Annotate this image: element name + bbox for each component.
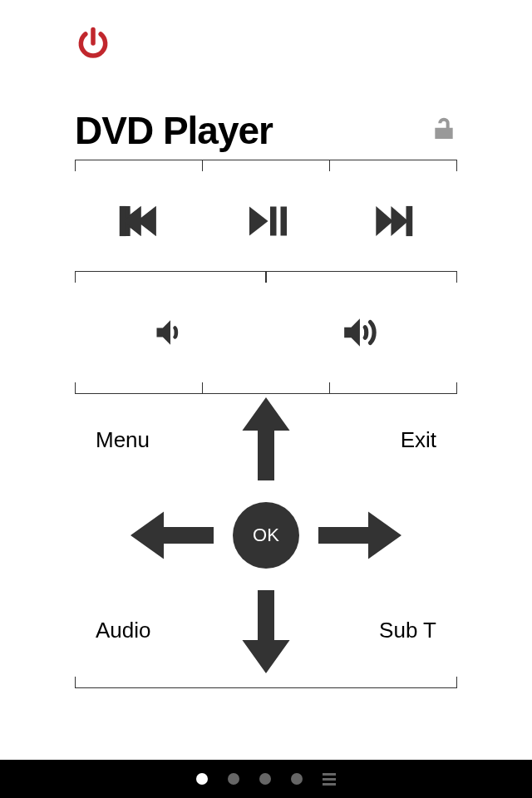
group-divider	[75, 382, 457, 394]
group-divider	[75, 160, 457, 171]
arrow-down-button[interactable]	[242, 587, 290, 673]
arrow-right-button[interactable]	[315, 511, 401, 559]
header	[75, 25, 457, 83]
arrow-left-button[interactable]	[131, 511, 217, 559]
dpad: Menu Exit Audio Sub T OK	[75, 402, 457, 668]
subtitle-button[interactable]: Sub T	[379, 618, 436, 643]
svg-rect-3	[406, 206, 413, 236]
ok-button[interactable]: OK	[233, 502, 299, 569]
next-button[interactable]	[330, 195, 457, 247]
pager	[0, 760, 532, 798]
group-divider	[75, 271, 457, 283]
arrow-up-button[interactable]	[242, 397, 290, 484]
pager-dot-3[interactable]	[259, 773, 271, 785]
page-title: DVD Player	[75, 108, 273, 153]
exit-button[interactable]: Exit	[401, 427, 436, 453]
pager-menu-icon[interactable]	[323, 773, 336, 786]
group-divider	[75, 677, 457, 688]
pager-dot-4[interactable]	[291, 773, 303, 785]
lock-icon[interactable]	[431, 116, 457, 145]
power-button[interactable]	[75, 25, 457, 65]
play-pause-button[interactable]	[202, 196, 329, 246]
pager-dot-1[interactable]	[196, 773, 208, 785]
previous-button[interactable]	[75, 195, 202, 247]
svg-rect-2	[280, 207, 287, 236]
pager-dot-2[interactable]	[228, 773, 239, 785]
remote-panel: DVD Player Menu E	[0, 0, 532, 760]
audio-button[interactable]: Audio	[96, 618, 151, 643]
title-row: DVD Player	[75, 108, 457, 153]
menu-button[interactable]: Menu	[96, 427, 150, 453]
volume-down-button[interactable]	[75, 314, 266, 351]
volume-row	[75, 283, 457, 382]
volume-up-button[interactable]	[266, 312, 457, 353]
transport-row	[75, 171, 457, 271]
svg-rect-1	[270, 207, 277, 236]
